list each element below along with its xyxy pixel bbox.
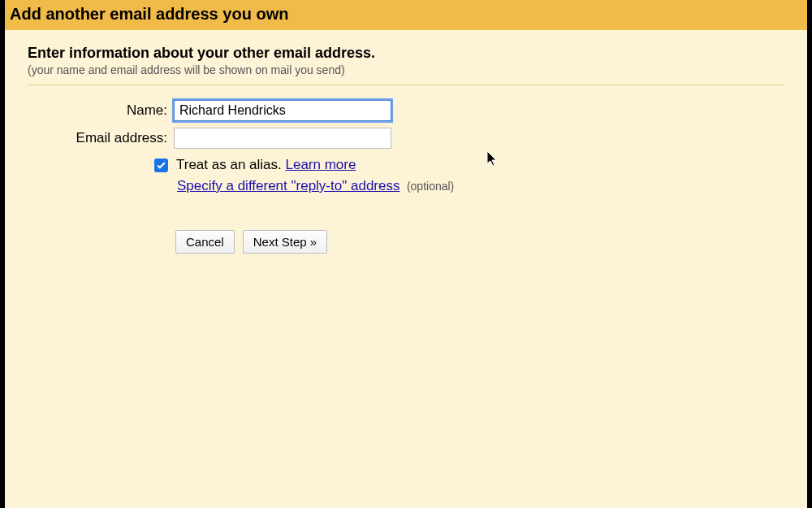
learn-more-link[interactable]: Learn more — [286, 157, 356, 172]
email-input[interactable] — [174, 128, 391, 149]
dialog-window: Add another email address you own Enter … — [5, 0, 807, 508]
section-subheading: (your name and email address will be sho… — [28, 63, 784, 76]
section-heading: Enter information about your other email… — [28, 45, 784, 62]
alias-label: Treat as an alias. — [176, 157, 286, 172]
titlebar: Add another email address you own — [5, 0, 807, 30]
button-row: Cancel Next Step » — [175, 230, 784, 254]
optional-label: (optional) — [407, 180, 454, 193]
cancel-button[interactable]: Cancel — [175, 230, 235, 254]
email-row: Email address: — [28, 128, 784, 149]
dialog-title: Add another email address you own — [10, 5, 802, 24]
divider — [28, 85, 784, 85]
reply-to-row: Specify a different "reply-to" address (… — [177, 178, 784, 194]
reply-to-link[interactable]: Specify a different "reply-to" address — [177, 178, 400, 193]
next-step-button[interactable]: Next Step » — [243, 230, 327, 254]
checkmark-icon — [156, 160, 166, 171]
email-label: Email address: — [28, 130, 174, 146]
name-row: Name: — [28, 100, 784, 121]
name-input[interactable] — [174, 100, 391, 121]
alias-checkbox[interactable] — [154, 158, 168, 172]
content-area: Enter information about your other email… — [5, 30, 807, 268]
name-label: Name: — [28, 102, 174, 119]
alias-row: Treat as an alias. Learn more — [154, 157, 784, 173]
